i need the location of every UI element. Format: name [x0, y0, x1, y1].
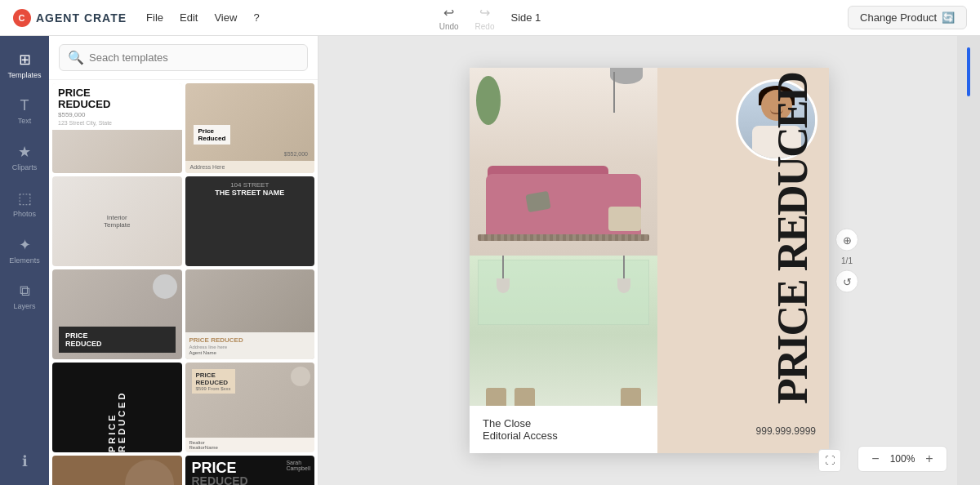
sidebar-item-elements[interactable]: ✦ Elements: [0, 229, 49, 271]
info-line2: Editorial Access: [483, 429, 644, 442]
brand-name: AGENT CRATE: [36, 11, 127, 24]
info-bar: The Close Editorial Access: [470, 406, 657, 453]
change-product-label: Change Product: [860, 11, 937, 24]
main-layout: ⊞ Templates T Text ★ Cliparts ⬚ Photos ✦…: [0, 36, 980, 485]
icon-sidebar: ⊞ Templates T Text ★ Cliparts ⬚ Photos ✦…: [0, 36, 49, 485]
pendant1: [502, 256, 504, 280]
photo-top: [470, 68, 657, 256]
sidebar-item-cliparts-label: Cliparts: [12, 163, 38, 171]
photos-icon: ⬚: [18, 189, 32, 207]
sidebar-item-photos[interactable]: ⬚ Photos: [0, 183, 49, 225]
toolbar-btn-1[interactable]: ⊕: [835, 229, 858, 251]
sidebar-item-layers[interactable]: ⧉ Layers: [0, 276, 49, 317]
sidebar-item-templates-label: Templates: [7, 71, 41, 79]
table-shape: [608, 207, 641, 231]
cliparts-icon: ★: [18, 143, 31, 161]
pendant-lamp2: [617, 278, 630, 293]
elements-icon: ✦: [19, 236, 31, 254]
info-line1: The Close: [483, 417, 644, 429]
fullscreen-button[interactable]: ⛶: [818, 449, 841, 472]
lamp-shape: [613, 72, 633, 113]
side-indicator: Side 1: [510, 11, 541, 24]
template-card-9[interactable]: PRICE REDUCED SarahCampbell: [185, 456, 315, 485]
nav-right: Change Product 🔄: [848, 6, 967, 29]
template-panel: 🔍 PRICEREDUCED $559,000 123 Street City,…: [49, 36, 318, 485]
refresh-icon: 🔄: [942, 11, 955, 24]
sidebar-item-text[interactable]: T Text: [0, 91, 49, 131]
undo-icon: ↩: [443, 5, 454, 20]
toolbar-btn-2[interactable]: ↺: [835, 270, 858, 293]
templates-icon: ⊞: [19, 51, 31, 69]
brand-logo: C AGENT CRATE: [13, 9, 127, 27]
sidebar-item-photos-label: Photos: [13, 210, 36, 218]
design-card: The Close Editorial Access PRICE REDUCED: [470, 68, 829, 453]
nav-menu: File Edit View ?: [146, 11, 260, 24]
undo-button[interactable]: ↩ Undo: [439, 5, 459, 31]
fullscreen-icon: ⛶: [825, 455, 835, 466]
phone-number: 999.999.9999: [756, 425, 816, 437]
nav-center-controls: ↩ Undo ↪ Redo Side 1: [439, 5, 541, 31]
zoom-out-button[interactable]: −: [866, 450, 884, 468]
template-search-area: 🔍: [49, 36, 318, 80]
search-box[interactable]: 🔍: [59, 44, 308, 71]
page-indicator: 1/1: [835, 256, 858, 265]
redo-icon: ↪: [479, 5, 490, 20]
zoom-controls: − 100% +: [858, 446, 947, 472]
search-icon: 🔍: [68, 50, 84, 65]
info-icon: ℹ: [22, 452, 28, 470]
change-product-button[interactable]: Change Product 🔄: [848, 6, 967, 29]
price-reduced-text: PRICE REDUCED: [772, 166, 814, 404]
canvas-scrollbar[interactable]: [957, 36, 980, 485]
pendant-lamp1: [497, 278, 510, 293]
undo-label: Undo: [439, 22, 459, 31]
layers-icon: ⧉: [20, 283, 30, 300]
canvas-wrapper: ⊕ 1/1 ↺: [470, 68, 829, 453]
template-card-0[interactable]: PRICEREDUCED $559,000 123 Street City, S…: [52, 83, 182, 173]
scrollbar-thumb: [967, 47, 970, 96]
right-toolbar: ⊕ 1/1 ↺: [835, 229, 858, 293]
template-card-3[interactable]: 104 STREET THE STREET NAME: [185, 176, 315, 266]
text-icon: T: [20, 97, 29, 114]
nav-file[interactable]: File: [146, 11, 163, 24]
pendant2: [623, 256, 625, 280]
top-navigation: C AGENT CRATE File Edit View ? ↩ Undo ↪ …: [0, 0, 980, 36]
sidebar-item-templates[interactable]: ⊞ Templates: [0, 44, 49, 86]
nav-help[interactable]: ?: [253, 11, 259, 24]
right-section: PRICE REDUCED 999.999.9999: [657, 68, 829, 453]
zoom-percentage: 100%: [888, 453, 917, 465]
brand-icon: C: [13, 9, 31, 27]
template-card-7[interactable]: PRICEREDUCED $599 From $xxx RealtorRealt…: [185, 363, 315, 452]
template-card-6[interactable]: PRICE REDUCED: [52, 363, 182, 452]
template-card-2[interactable]: InteriorTemplate: [52, 176, 182, 266]
template-grid: PRICEREDUCED $559,000 123 Street City, S…: [49, 80, 318, 485]
template-card-4[interactable]: PRICEREDUCED: [52, 269, 182, 359]
sidebar-item-elements-label: Elements: [9, 256, 40, 265]
nav-view[interactable]: View: [214, 11, 237, 24]
redo-label: Redo: [475, 22, 495, 31]
canvas-area: ⊕ 1/1 ↺: [318, 36, 980, 485]
template-card-5[interactable]: PRICE REDUCED Address line here Agent Na…: [185, 269, 315, 359]
zoom-in-button[interactable]: +: [920, 450, 938, 468]
rug-shape: [478, 234, 649, 241]
sidebar-item-cliparts[interactable]: ★ Cliparts: [0, 136, 49, 178]
template-card-1[interactable]: PriceReduced $552,000 Address Here: [185, 83, 315, 173]
redo-button[interactable]: ↪ Redo: [475, 5, 495, 31]
nav-edit[interactable]: Edit: [180, 11, 198, 24]
template-card-8[interactable]: pricereduced: [52, 456, 182, 485]
sidebar-item-layers-label: Layers: [13, 302, 35, 310]
sidebar-item-info[interactable]: ℹ: [0, 446, 49, 477]
search-input[interactable]: [89, 51, 299, 64]
photos-column: [470, 68, 657, 453]
sidebar-item-text-label: Text: [18, 117, 32, 125]
plant-shape: [476, 76, 501, 125]
